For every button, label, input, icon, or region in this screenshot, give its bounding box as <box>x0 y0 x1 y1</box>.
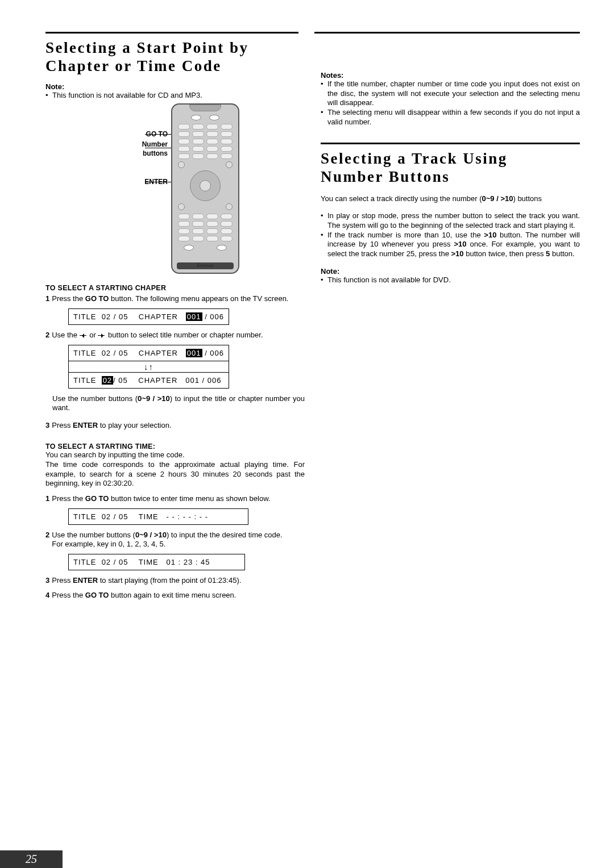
step-num: 3 <box>45 576 49 586</box>
note-list-right: This function is not available for DVD. <box>321 276 580 285</box>
osd-time-1: TITLE 02 / 05 TIME - - : - - : - - <box>68 508 305 525</box>
time-step-3: 3 Press ENTER to start playing (from the… <box>45 576 305 586</box>
remote-number-grid <box>177 124 234 159</box>
time-step-2: 2 Use the number buttons (0~9 / >10) to … <box>45 531 305 549</box>
notes-list: If the title number, chapter number or t… <box>321 80 580 127</box>
osd-stack: TITLE 02 / 05 CHAPTER 001 / 006 ↓↑ TITLE… <box>68 345 229 389</box>
step-2: 2 Use the or button to select title numb… <box>45 331 305 340</box>
remote-mid-row <box>178 161 233 168</box>
step-num: 2 <box>45 331 49 340</box>
note-item-right: This function is not available for DVD. <box>321 276 580 285</box>
heading-left-line1: Selecting a Start Point by <box>45 39 248 56</box>
step-3: 3 Press ENTER to play your selection. <box>45 421 305 431</box>
left-arrow-icon <box>80 333 88 337</box>
heading-right-line1: Selecting a Track Using <box>321 150 508 167</box>
osd-box: TITLE 02 / 05 TIME - - : - - : - - <box>68 508 248 525</box>
right-column: Notes: If the title number, chapter numb… <box>321 39 580 600</box>
osd-2: TITLE 02 / 05 CHAPTER 001 / 006 ↓↑ TITLE… <box>68 345 305 389</box>
notes-item-1: If the title number, chapter number or t… <box>321 80 580 108</box>
left-column: Selecting a Start Point by Chapter or Ti… <box>45 39 305 600</box>
osd-box: TITLE 02 / 05 TIME 01 : 23 : 45 <box>68 554 245 570</box>
remote-foot-row <box>172 245 238 251</box>
step-num: 4 <box>45 591 49 600</box>
section-rule <box>321 143 580 144</box>
right-arrow-icon <box>98 333 106 337</box>
step-text: Press the GO TO button. The following me… <box>52 294 305 304</box>
time-paragraph-1: You can search by inputting the time cod… <box>45 450 305 460</box>
remote-brand: Emerson <box>177 262 234 269</box>
bullet-1: In play or stop mode, press the number b… <box>321 211 580 230</box>
step-text: Use the or button to select title number… <box>52 331 305 340</box>
remote-button <box>209 115 219 120</box>
osd-box: TITLE 02 / 05 CHAPTER 001 / 006 <box>68 308 229 325</box>
note-label: Note: <box>45 82 305 91</box>
step-text: Press the GO TO button twice to enter ti… <box>52 494 305 504</box>
heading-left: Selecting a Start Point by Chapter or Ti… <box>45 39 305 76</box>
step-1: 1 Press the GO TO button. The following … <box>45 294 305 304</box>
remote-button <box>191 115 201 120</box>
osd-row-top: TITLE 02 / 05 CHAPTER 001 / 006 <box>69 345 229 361</box>
heading-right-line2: Number Buttons <box>321 168 450 185</box>
step-num: 1 <box>45 494 49 504</box>
step-text: Press ENTER to start playing (from the p… <box>52 576 305 586</box>
step-text: Press the GO TO button again to exit tim… <box>52 591 305 600</box>
subhead-chapter: TO SELECT A STARTING CHAPER <box>45 284 305 292</box>
remote-callouts: GO TO Number buttons ENTER <box>111 103 168 274</box>
subhead-time: TO SELECT A STARTING TIME: <box>45 443 305 450</box>
rule-left <box>45 32 298 34</box>
osd-row-bottom: TITLE 02/ 05 CHAPTER 001 / 006 <box>69 373 229 388</box>
remote-bottom-grid <box>177 214 234 241</box>
step-text: Use the number buttons (0~9 / >10) to in… <box>52 531 305 549</box>
remote-top-row <box>172 115 238 120</box>
step-num: 2 <box>45 531 49 549</box>
step-2-note: Use the number buttons (0~9 / >10) to in… <box>52 394 305 413</box>
callout-buttons: buttons <box>143 150 168 158</box>
step-text: Press ENTER to play your selection. <box>52 421 305 431</box>
bullet-list: In play or stop mode, press the number b… <box>321 211 580 258</box>
heading-left-line2: Chapter or Time Code <box>45 57 222 74</box>
bullet-2: If the track number is more than 10, use… <box>321 231 580 259</box>
osd-arrows: ↓↑ <box>69 361 229 373</box>
intro-paragraph: You can select a track directly using th… <box>321 194 580 204</box>
notes-label: Notes: <box>321 71 580 80</box>
spacer <box>321 39 580 71</box>
step-num: 3 <box>45 421 49 431</box>
osd-time-2: TITLE 02 / 05 TIME 01 : 23 : 45 <box>68 554 305 570</box>
heading-right: Selecting a Track Using Number Buttons <box>321 150 580 186</box>
remote-dpad <box>190 170 221 201</box>
time-paragraph-2: The time code corresponds to the approxi… <box>45 460 305 489</box>
columns: Selecting a Start Point by Chapter or Ti… <box>45 39 580 600</box>
time-step-4: 4 Press the GO TO button again to exit t… <box>45 591 305 600</box>
step-num: 1 <box>45 294 49 304</box>
top-rules <box>45 32 580 34</box>
remote-illustration: GO TO Number buttons ENTER <box>45 103 305 274</box>
note-list: This function is not available for CD an… <box>45 91 305 101</box>
note-item: This function is not available for CD an… <box>45 91 305 101</box>
page-number: 25 <box>0 850 63 868</box>
note-label-right: Note: <box>321 267 580 276</box>
rule-right <box>314 32 580 34</box>
remote-below-dpad <box>178 203 233 210</box>
osd-1: TITLE 02 / 05 CHAPTER 001 / 006 <box>68 308 305 325</box>
time-step-1: 1 Press the GO TO button twice to enter … <box>45 494 305 504</box>
remote-emitter <box>189 105 221 111</box>
remote-control: Emerson <box>171 103 239 274</box>
notes-item-2: The selecting menu will disappear within… <box>321 108 580 127</box>
